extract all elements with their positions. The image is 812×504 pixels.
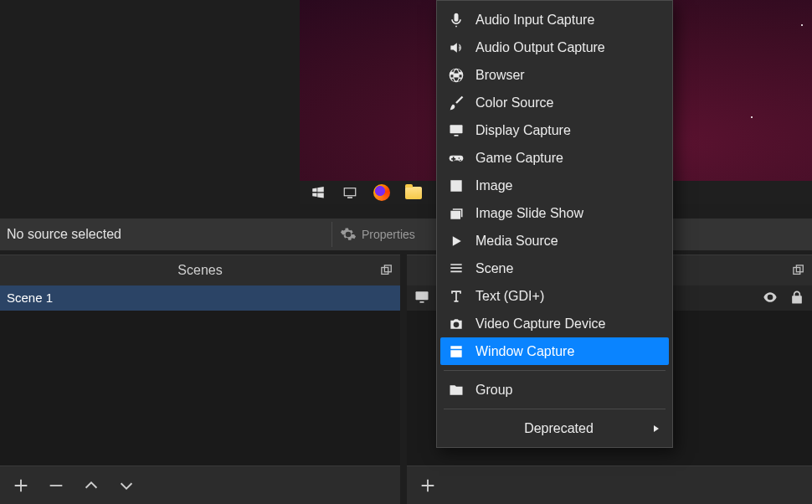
gear-icon (340, 226, 357, 243)
menu-item-label: Image Slide Show (475, 206, 583, 221)
folder-icon (447, 382, 465, 399)
menu-item-display-capture[interactable]: Display Capture (440, 116, 669, 144)
play-icon (447, 233, 465, 249)
scene-remove-button[interactable] (44, 473, 69, 498)
task-view-icon (342, 184, 358, 201)
menu-item-audio-output-capture[interactable]: Audio Output Capture (440, 33, 669, 61)
source-add-button[interactable] (415, 473, 440, 498)
camera-icon (447, 316, 465, 332)
menu-separator (444, 370, 666, 371)
menu-item-label: Group (475, 383, 512, 398)
svg-rect-7 (420, 301, 424, 303)
firefox-icon (373, 184, 390, 201)
menu-item-label: Text (GDI+) (475, 289, 544, 304)
menu-item-game-capture[interactable]: Game Capture (440, 144, 669, 172)
menu-item-text-gdi[interactable]: Text (GDI+) (440, 282, 669, 310)
list-icon (447, 260, 465, 277)
scene-move-down-button[interactable] (114, 473, 139, 498)
menu-item-label: Scene (475, 261, 513, 276)
stack-icon (447, 205, 465, 222)
menu-item-video-capture-device[interactable]: Video Capture Device (440, 310, 669, 337)
windows-start-icon (310, 184, 326, 201)
menu-separator (444, 409, 666, 409)
sources-panel-footer (407, 465, 812, 504)
file-explorer-icon (405, 184, 422, 201)
window-icon (447, 343, 465, 360)
svg-rect-0 (344, 188, 356, 196)
menu-item-label: Window Capture (475, 344, 574, 359)
text-icon (447, 288, 465, 305)
menu-item-label: Browser (475, 68, 525, 83)
scenes-panel: Scenes Scene 1 (0, 255, 400, 504)
infobar-divider (331, 222, 332, 247)
scene-item[interactable]: Scene 1 (0, 285, 400, 311)
add-source-context-menu[interactable]: Audio Input Capture Audio Output Capture… (436, 0, 673, 448)
scenes-list[interactable]: Scene 1 (0, 285, 400, 465)
eye-icon[interactable] (762, 289, 779, 308)
menu-item-media-source[interactable]: Media Source (440, 227, 669, 255)
chevron-right-icon (652, 421, 660, 436)
globe-icon (447, 67, 465, 84)
menu-item-label: Video Capture Device (475, 316, 605, 332)
svg-rect-9 (455, 135, 459, 136)
scene-add-button[interactable] (8, 473, 33, 498)
menu-item-label: Display Capture (475, 123, 571, 138)
menu-item-scene[interactable]: Scene (440, 255, 669, 282)
menu-item-label: Game Capture (475, 151, 563, 166)
lock-icon[interactable] (789, 289, 805, 308)
display-icon (447, 122, 465, 139)
menu-item-label: Color Source (475, 95, 553, 111)
menu-item-label: Image (475, 178, 512, 193)
menu-item-browser[interactable]: Browser (440, 61, 669, 89)
menu-item-label: Media Source (475, 234, 558, 249)
menu-item-window-capture[interactable]: Window Capture (440, 337, 669, 365)
scenes-panel-footer (0, 465, 400, 504)
scene-move-up-button[interactable] (79, 473, 104, 498)
dock-panels: Scenes Scene 1 (0, 255, 812, 504)
menu-item-image[interactable]: Image (440, 172, 669, 199)
properties-label: Properties (362, 228, 415, 241)
menu-item-label: Audio Input Capture (475, 13, 594, 28)
display-icon (414, 289, 430, 308)
menu-item-label: Deprecated (475, 421, 642, 436)
menu-item-audio-input-capture[interactable]: Audio Input Capture (440, 6, 669, 33)
svg-rect-8 (450, 125, 463, 133)
svg-rect-6 (416, 291, 429, 300)
infobar: No source selected Properties (0, 219, 812, 250)
menu-item-color-source[interactable]: Color Source (440, 89, 669, 116)
image-icon (447, 177, 465, 194)
brush-icon (447, 95, 465, 111)
no-source-label: No source selected (0, 227, 121, 242)
scenes-dock-button[interactable] (378, 262, 395, 279)
menu-item-deprecated[interactable]: Deprecated (440, 414, 669, 442)
gamepad-icon (447, 150, 465, 167)
speaker-icon (447, 39, 465, 56)
scenes-panel-title: Scenes (177, 263, 222, 277)
menu-item-image-slide-show[interactable]: Image Slide Show (440, 199, 669, 227)
menu-item-group[interactable]: Group (440, 376, 669, 404)
properties-button[interactable]: Properties (340, 219, 415, 250)
sources-dock-button[interactable] (790, 262, 807, 279)
scenes-panel-header: Scenes (0, 255, 400, 285)
svg-rect-1 (347, 197, 352, 198)
mic-icon (447, 12, 465, 28)
menu-item-label: Audio Output Capture (475, 40, 605, 55)
